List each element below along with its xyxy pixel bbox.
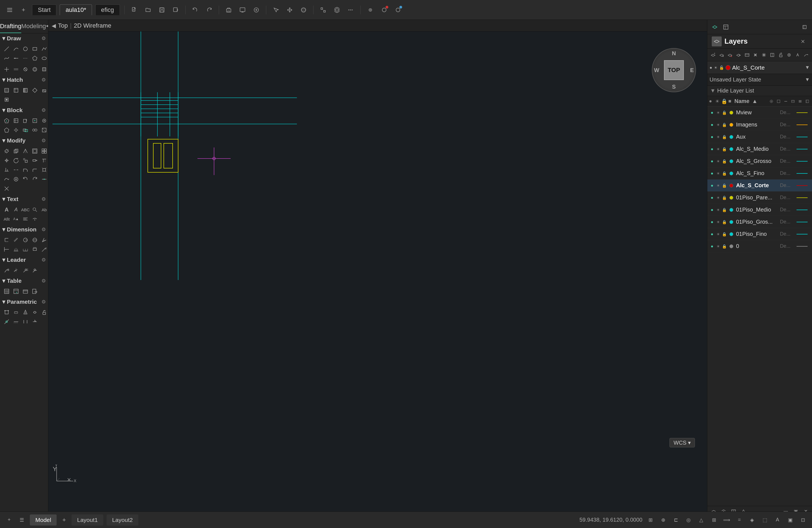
oops-tool[interactable] — [12, 175, 20, 184]
layer-vis-11[interactable]: ● — [709, 244, 715, 249]
add-layout-btn[interactable]: + — [4, 515, 14, 525]
tab-drafting[interactable]: Drafting — [0, 20, 21, 33]
dimbaseline-tool[interactable] — [12, 245, 20, 254]
donut-tool[interactable] — [30, 65, 39, 74]
layer-merge-btn[interactable] — [752, 51, 759, 59]
extend-tool[interactable] — [2, 165, 11, 174]
current-lock-icon[interactable]: 🔓 — [719, 65, 724, 70]
layout-tab-layout2[interactable]: Layout2 — [106, 514, 139, 526]
preview-btn[interactable] — [237, 5, 248, 15]
array-tool[interactable] — [40, 147, 48, 156]
publish-btn[interactable] — [251, 5, 262, 15]
linetype-btn[interactable] — [346, 5, 356, 15]
layer-vp-freeze-btn[interactable] — [769, 51, 776, 59]
col-act-4[interactable] — [790, 98, 796, 104]
layer-freeze-0[interactable]: ☀ — [715, 111, 721, 115]
mleader-tool[interactable] — [2, 266, 11, 275]
section-leader-header[interactable]: ▾ Leader ⚙ — [0, 255, 48, 265]
section-draw-header[interactable]: ▾ Draw ⚙ — [0, 33, 48, 43]
layer-color-9[interactable] — [728, 220, 735, 224]
new-btn[interactable] — [129, 5, 140, 15]
section-hatch-header[interactable]: ▾ Hatch ⚙ — [0, 75, 48, 85]
dimlinear-tool[interactable] — [2, 236, 11, 245]
dtext-tool[interactable]: A — [12, 205, 20, 214]
layer-color-0[interactable] — [728, 111, 735, 115]
bedit-tool[interactable] — [30, 116, 39, 125]
col-act-6[interactable] — [804, 98, 810, 104]
xbind-tool[interactable] — [30, 126, 39, 134]
new-layer-btn[interactable] — [710, 51, 717, 59]
lineweight-icon[interactable]: = — [735, 515, 744, 525]
layer-row[interactable]: ● ☀ 🔒 Aux De... — [707, 131, 812, 143]
autoconstrain-tool[interactable] — [21, 308, 30, 317]
copy-tool[interactable] — [12, 147, 20, 156]
line-tool[interactable] — [2, 44, 11, 53]
layer-match-btn[interactable] — [802, 51, 810, 59]
layer-row[interactable]: ● ☀ 🔒 01Piso_Medio De... — [707, 204, 812, 216]
arc-tool[interactable] — [12, 44, 20, 53]
drawing-area[interactable] — [48, 31, 707, 511]
draw-settings-icon[interactable]: ⚙ — [41, 35, 46, 41]
rp-layers-icon[interactable] — [710, 23, 720, 32]
current-freeze-icon[interactable]: ☀ — [714, 65, 717, 70]
dimdiameter-tool[interactable] — [30, 236, 39, 245]
layer-freeze-8[interactable]: ☀ — [715, 208, 721, 212]
circle-tool[interactable] — [21, 44, 30, 53]
redo-btn[interactable] — [204, 5, 214, 15]
refedit-tool[interactable] — [21, 126, 30, 134]
spline-tool[interactable] — [2, 54, 11, 63]
delete-layer-btn[interactable] — [726, 51, 734, 59]
layer-color-3[interactable] — [728, 147, 735, 151]
layer-color-4[interactable] — [728, 159, 735, 163]
dimordinate-tool[interactable] — [2, 245, 11, 254]
layers-close-btn[interactable] — [798, 37, 808, 46]
save-btn[interactable] — [157, 5, 167, 15]
gradient-tool[interactable] — [21, 86, 30, 95]
section-block-header[interactable]: ▾ Block ⚙ — [0, 105, 48, 115]
canvas-area[interactable]: N S E W TOP WCS ▾ — [48, 31, 707, 511]
pan-btn[interactable] — [285, 5, 295, 15]
xclip-tool[interactable] — [40, 126, 48, 134]
polar-icon[interactable]: ◎ — [684, 515, 693, 525]
table-settings-icon[interactable]: ⚙ — [41, 278, 46, 284]
layer-vis-8[interactable]: ● — [709, 207, 715, 212]
layer-lock-8[interactable]: 🔒 — [721, 208, 727, 212]
rotate-tool[interactable] — [12, 156, 20, 165]
region-tool[interactable] — [40, 65, 48, 74]
wipeout-tool[interactable] — [21, 65, 30, 74]
layer-vis-10[interactable]: ● — [709, 232, 715, 237]
layer-lock-5[interactable]: 🔒 — [721, 171, 727, 176]
scaletext-tool[interactable]: A▲ — [12, 215, 20, 223]
spell-tool[interactable]: ABC — [21, 205, 30, 214]
set-current-layer-btn[interactable] — [735, 51, 742, 59]
wblock-tool[interactable] — [21, 116, 30, 125]
saveas-btn[interactable] — [170, 5, 181, 15]
layer-lock-3[interactable]: 🔒 — [721, 147, 727, 151]
layer-freeze-btn[interactable] — [760, 51, 768, 59]
section-table-header[interactable]: ▾ Table ⚙ — [0, 276, 48, 286]
sidebar-collapse-btn[interactable]: ◀ — [46, 20, 48, 33]
block-settings-icon[interactable]: ⚙ — [41, 107, 46, 113]
layer-vis-1[interactable]: ● — [709, 122, 715, 127]
layer-dropdown-btn[interactable]: ▼ — [805, 64, 810, 70]
open-btn[interactable] — [143, 5, 153, 15]
trim-tool[interactable] — [40, 156, 48, 165]
layer-freeze-6[interactable]: ☀ — [715, 184, 721, 188]
find-tool[interactable] — [30, 205, 39, 214]
snap-btn[interactable] — [318, 5, 329, 15]
mirror-tool[interactable] — [21, 147, 30, 156]
layer-vis-5[interactable]: ● — [709, 171, 715, 176]
hatch2-tool[interactable] — [2, 95, 11, 104]
polygon-tool[interactable] — [30, 54, 39, 63]
tab-modeling[interactable]: Modeling — [21, 20, 46, 33]
qdim-tool[interactable] — [30, 245, 39, 254]
layer-isolate-btn[interactable] — [785, 51, 793, 59]
layer-lock-11[interactable]: 🔒 — [721, 244, 727, 249]
osnap-icon[interactable]: △ — [697, 515, 706, 525]
coincident-tool[interactable] — [2, 317, 11, 326]
dimangular-tool[interactable] — [40, 236, 48, 245]
layer-row[interactable]: ● ☀ 🔒 0 De... — [707, 240, 812, 252]
xline-tool[interactable] — [21, 54, 30, 63]
fillet-tool[interactable] — [30, 165, 39, 174]
dimradius-tool[interactable] — [21, 236, 30, 245]
